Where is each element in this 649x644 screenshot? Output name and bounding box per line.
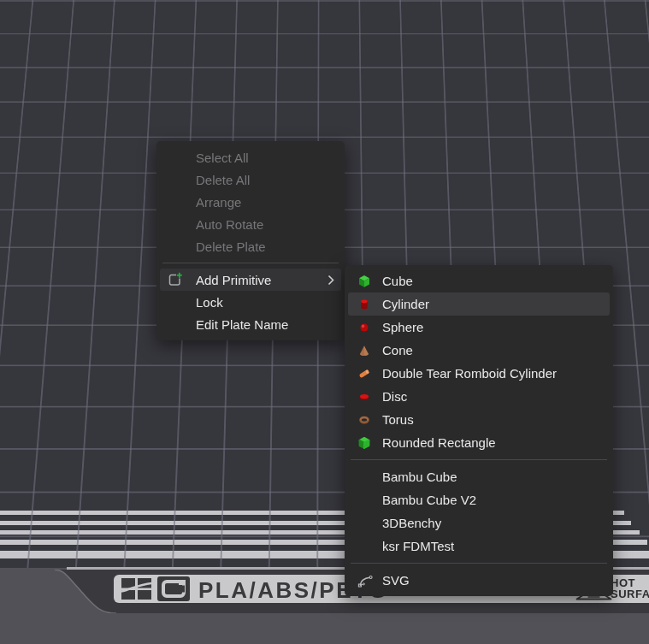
menu-item-svg[interactable]: SVG bbox=[348, 569, 610, 592]
menu-item-edit-plate-name[interactable]: Edit Plate Name bbox=[160, 313, 341, 335]
menu-item-rounded-rectangle[interactable]: Rounded Rectangle bbox=[348, 431, 610, 454]
menu-item-cylinder[interactable]: Cylinder bbox=[348, 292, 610, 316]
menu-item-label: 3DBenchy bbox=[382, 516, 441, 530]
cube-icon bbox=[356, 275, 382, 288]
disc-icon bbox=[356, 390, 382, 404]
plate-context-menu: Select AllDelete AllArrangeAuto RotateDe… bbox=[156, 141, 345, 340]
menu-item-cone[interactable]: Cone bbox=[348, 339, 610, 362]
menu-item-torus[interactable]: Torus bbox=[348, 408, 610, 431]
torus-icon bbox=[356, 413, 382, 427]
romboid-cylinder-icon bbox=[356, 367, 382, 381]
menu-item-disc[interactable]: Disc bbox=[348, 385, 610, 408]
menu-item-label: Edit Plate Name bbox=[196, 317, 288, 332]
menu-item-label: Double Tear Romboid Cylinder bbox=[382, 366, 557, 381]
menu-item-label: Lock bbox=[196, 295, 223, 310]
menu-item-lock[interactable]: Lock bbox=[160, 291, 341, 313]
menu-item-3dbenchy[interactable]: 3DBenchy bbox=[348, 511, 610, 535]
menu-item-add-primitive[interactable]: Add Primitive bbox=[160, 269, 341, 291]
menu-item-label: Disc bbox=[382, 389, 407, 404]
menu-item-cube[interactable]: Cube bbox=[348, 269, 610, 292]
menu-item-label: Bambu Cube bbox=[382, 470, 457, 484]
chevron-right-icon bbox=[327, 275, 334, 286]
hot-surface-line2: SURFACE bbox=[611, 588, 649, 600]
menu-item-label: Torus bbox=[382, 412, 414, 427]
menu-item-arrange: Arrange bbox=[160, 191, 341, 213]
menu-separator bbox=[162, 263, 339, 263]
menu-item-label: Cube bbox=[382, 274, 413, 288]
add-primitive-icon bbox=[168, 272, 196, 287]
menu-item-double-tear-romboid-cylinder[interactable]: Double Tear Romboid Cylinder bbox=[348, 362, 610, 385]
slicer-3d-viewport[interactable]: PLA/ABS/PETG HOT SURFACE Select AllDelet… bbox=[0, 0, 649, 644]
menu-item-ksr-fdmtest[interactable]: ksr FDMTest bbox=[348, 535, 610, 558]
menu-item-label: Delete Plate bbox=[196, 239, 266, 254]
svg-icon bbox=[356, 573, 382, 588]
menu-item-label: Auto Rotate bbox=[196, 217, 263, 232]
menu-item-label: Sphere bbox=[382, 320, 423, 334]
printer-series-logo-icon bbox=[157, 576, 190, 601]
menu-item-label: SVG bbox=[382, 573, 410, 588]
cone-icon bbox=[356, 344, 382, 357]
rounded-rectangle-icon bbox=[356, 436, 382, 450]
bambu-window-logo-icon bbox=[121, 578, 151, 600]
menu-item-bambu-cube[interactable]: Bambu Cube bbox=[348, 465, 610, 488]
add-primitive-submenu: CubeCylinderSphereConeDouble Tear Romboi… bbox=[345, 265, 613, 596]
menu-item-select-all: Select All bbox=[160, 146, 341, 168]
menu-item-delete-all: Delete All bbox=[160, 168, 341, 191]
menu-separator bbox=[351, 563, 607, 564]
menu-item-sphere[interactable]: Sphere bbox=[348, 316, 610, 339]
menu-item-label: Cylinder bbox=[382, 297, 429, 311]
menu-item-label: Bambu Cube V2 bbox=[382, 493, 476, 507]
sphere-icon bbox=[356, 321, 382, 334]
cylinder-icon bbox=[356, 298, 382, 311]
menu-item-label: Arrange bbox=[196, 195, 241, 210]
menu-item-label: Delete All bbox=[196, 173, 250, 187]
menu-item-label: Rounded Rectangle bbox=[382, 435, 496, 450]
hot-surface-warning-text: HOT SURFACE bbox=[611, 577, 649, 600]
menu-item-auto-rotate: Auto Rotate bbox=[160, 213, 341, 235]
menu-item-delete-plate: Delete Plate bbox=[160, 235, 341, 257]
menu-item-label: Add Primitive bbox=[196, 273, 271, 287]
menu-separator bbox=[351, 459, 607, 460]
menu-item-label: Cone bbox=[382, 343, 413, 357]
menu-item-label: Select All bbox=[196, 151, 249, 165]
menu-item-label: ksr FDMTest bbox=[382, 539, 454, 553]
menu-item-bambu-cube-v2[interactable]: Bambu Cube V2 bbox=[348, 488, 610, 511]
